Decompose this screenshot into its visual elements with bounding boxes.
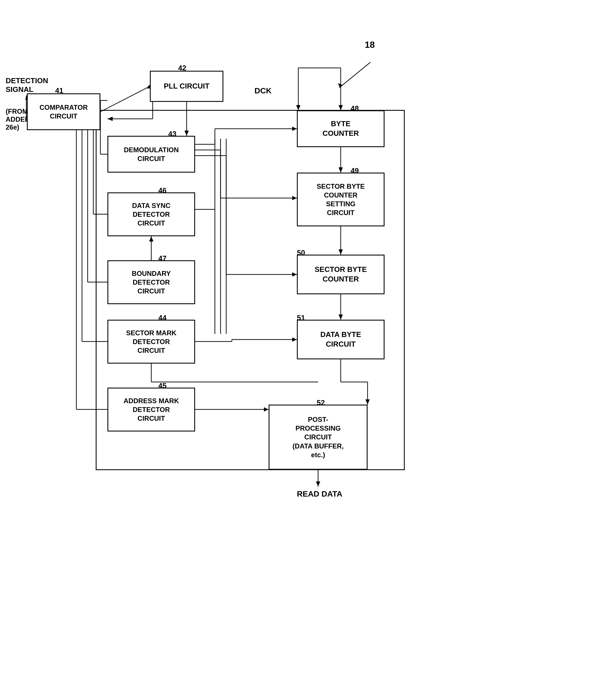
sector-byte-counter-label: SECTOR BYTECOUNTER [315, 265, 367, 284]
demodulation-label: DEMODULATIONCIRCUIT [124, 145, 179, 163]
svg-marker-53 [292, 338, 296, 342]
svg-marker-11 [339, 105, 343, 110]
svg-marker-61 [339, 315, 343, 319]
boundary-label: BOUNDARYDETECTORCIRCUIT [132, 269, 171, 296]
sector-mark-block: SECTOR MARKDETECTORCIRCUIT [107, 320, 195, 364]
ref-18-label: 18 [365, 40, 375, 50]
pll-label: PLL CIRCUIT [164, 81, 209, 91]
svg-marker-69 [316, 481, 320, 486]
sector-mark-label: SECTOR MARKDETECTORCIRCUIT [126, 328, 177, 355]
from-adder-label: (FROMADDER26e) [6, 107, 30, 131]
dck-label: DCK [255, 86, 272, 95]
detection-signal-label: DETECTIONSIGNAL [6, 76, 48, 94]
svg-marker-18 [108, 117, 112, 121]
svg-line-12 [339, 62, 370, 88]
svg-line-5 [100, 86, 150, 112]
svg-marker-15 [185, 131, 189, 135]
svg-marker-38 [292, 127, 296, 131]
comparator-label: COMPARATORCIRCUIT [40, 103, 88, 121]
data-sync-label: DATA SYNCDETECTORCIRCUIT [132, 201, 171, 228]
demodulation-block: DEMODULATIONCIRCUIT [107, 136, 195, 173]
data-byte-block: DATA BYTECIRCUIT [297, 320, 385, 359]
svg-marker-59 [339, 250, 343, 254]
post-processing-block: POST-PROCESSINGCIRCUIT(DATA BUFFER,etc.) [268, 405, 368, 470]
byte-counter-block: BYTECOUNTER [297, 110, 385, 147]
sector-byte-setting-block: SECTOR BYTECOUNTERSETTINGCIRCUIT [297, 173, 385, 226]
svg-marker-42 [292, 196, 296, 200]
comparator-circuit-block: COMPARATORCIRCUIT [27, 93, 100, 130]
svg-marker-8 [296, 105, 300, 110]
data-byte-label: DATA BYTECIRCUIT [320, 330, 361, 349]
boundary-detector-block: BOUNDARYDETECTORCIRCUIT [107, 260, 195, 304]
sector-byte-counter-block: SECTOR BYTECOUNTER [297, 255, 385, 294]
data-sync-block: DATA SYNCDETECTORCIRCUIT [107, 193, 195, 236]
pll-circuit-block: PLL CIRCUIT [150, 71, 224, 102]
svg-marker-46 [292, 273, 296, 276]
diagram-container: 18 DETECTIONSIGNAL (FROMADDER26e) DCK 41… [0, 0, 598, 700]
post-processing-label: POST-PROCESSINGCIRCUIT(DATA BUFFER,etc.) [293, 415, 344, 459]
svg-marker-49 [149, 237, 153, 241]
svg-marker-13 [338, 83, 342, 87]
svg-marker-55 [264, 407, 268, 411]
svg-marker-65 [366, 400, 369, 404]
address-mark-label: ADDRESS MARKDETECTORCIRCUIT [124, 396, 179, 423]
read-data-label: READ DATA [297, 490, 342, 499]
svg-marker-57 [339, 168, 343, 172]
byte-counter-label: BYTECOUNTER [322, 119, 359, 139]
sector-byte-setting-label: SECTOR BYTECOUNTERSETTINGCIRCUIT [317, 182, 365, 217]
address-mark-block: ADDRESS MARKDETECTORCIRCUIT [107, 388, 195, 431]
